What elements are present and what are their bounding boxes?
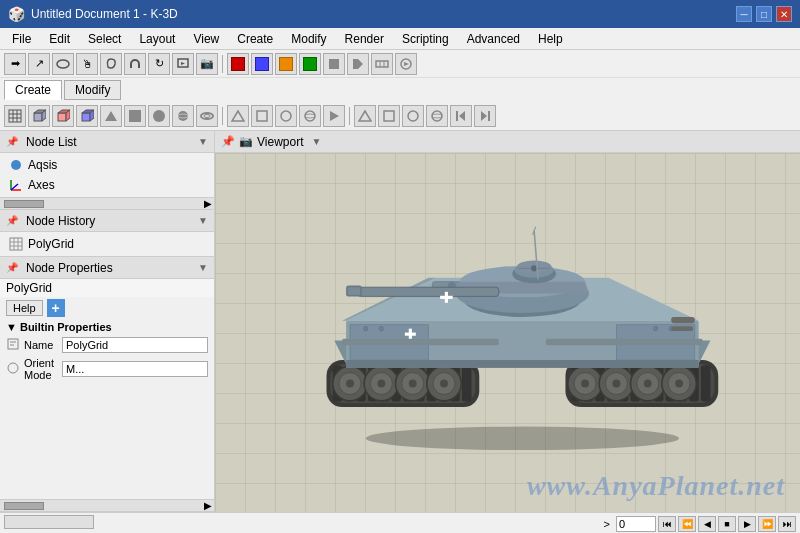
maximize-button[interactable]: □ [756,6,772,22]
create-poly-cube[interactable] [52,105,74,127]
status-btn-skipstart[interactable]: ⏮ [658,516,676,532]
create-square[interactable] [124,105,146,127]
builtin-props-label: ▼ Builtin Properties [6,321,112,333]
status-btn-rewind[interactable]: ⏪ [678,516,696,532]
tool-blue-box[interactable] [251,53,273,75]
status-btn-play[interactable]: ▶ [738,516,756,532]
status-btn-skipend[interactable]: ⏭ [778,516,796,532]
tool-magnet[interactable] [124,53,146,75]
tab-modify[interactable]: Modify [64,80,121,100]
status-btn-back[interactable]: ◀ [698,516,716,532]
viewport-canvas[interactable]: www.AnyaPlanet.net [215,153,800,512]
tank-container [303,189,742,476]
tool-camera[interactable]: 📷 [196,53,218,75]
scrollbar-right-arrow[interactable]: ▶ [202,198,214,209]
menu-layout[interactable]: Layout [131,30,183,48]
menu-edit[interactable]: Edit [41,30,78,48]
node-props-actions: Help + [0,297,214,319]
tool-render[interactable] [172,53,194,75]
tool-orange-box[interactable] [275,53,297,75]
node-list-dropdown-icon[interactable]: ▼ [198,136,208,147]
node-props-scrollbar[interactable]: ▶ [0,499,214,511]
create-outline-tri[interactable] [227,105,249,127]
tool-grey1[interactable] [323,53,345,75]
menu-render[interactable]: Render [337,30,392,48]
menu-create[interactable]: Create [229,30,281,48]
create-circle[interactable] [148,105,170,127]
viewport-dropdown-icon[interactable]: ▼ [311,136,321,147]
svg-point-37 [408,111,418,121]
create-outline-circle[interactable] [275,105,297,127]
node-aqsis[interactable]: Aqsis [0,155,214,175]
node-list-scrollbar-thumb[interactable] [4,200,44,208]
node-polygrid[interactable]: PolyGrid [0,234,214,254]
props-scrollbar-right[interactable]: ▶ [202,500,214,511]
menu-modify[interactable]: Modify [283,30,334,48]
tool-rotate[interactable]: ↻ [148,53,170,75]
node-history-dropdown-icon[interactable]: ▼ [198,215,208,226]
tool-orbit[interactable] [52,53,74,75]
create-grid[interactable] [4,105,26,127]
tool-timeline[interactable] [371,53,393,75]
tool-lasso[interactable] [100,53,122,75]
tool-green-box[interactable] [299,53,321,75]
prop-name-input[interactable] [62,337,208,353]
prop-orientmode-input[interactable] [62,361,208,377]
node-history-header: 📌 Node History ▼ [0,210,214,232]
create-outline-sphere2[interactable] [426,105,448,127]
create-outline-sq2[interactable] [378,105,400,127]
create-cube[interactable] [28,105,50,127]
node-props-title: Node Properties [26,261,113,275]
svg-point-103 [612,379,620,387]
panel-header-left: 📌 Node List [6,135,77,149]
status-frame-input[interactable]: 0 [616,516,656,532]
menu-help[interactable]: Help [530,30,571,48]
svg-rect-97 [701,365,710,401]
node-props-scrollbar-thumb[interactable] [4,502,44,510]
status-left-scrollbar[interactable] [4,515,94,529]
tank-svg [303,189,742,476]
tool-select-arrow[interactable]: ➡ [4,53,26,75]
svg-point-31 [281,111,291,121]
create-torus[interactable] [196,105,218,127]
node-props-section: 📌 Node Properties ▼ PolyGrid Help + ▼ Bu… [0,257,214,512]
status-btn-forward[interactable]: ⏩ [758,516,776,532]
add-property-button[interactable]: + [47,299,65,317]
node-axes[interactable]: Axes [0,175,214,195]
minimize-button[interactable]: ─ [736,6,752,22]
node-props-dropdown-icon[interactable]: ▼ [198,262,208,273]
tool-grey2[interactable] [347,53,369,75]
tab-create[interactable]: Create [4,80,62,100]
create-sphere[interactable] [172,105,194,127]
create-skip-end[interactable] [474,105,496,127]
create-blue-cube[interactable] [76,105,98,127]
svg-point-38 [432,111,442,121]
create-skip-start[interactable] [450,105,472,127]
create-play-solid[interactable] [323,105,345,127]
close-button[interactable]: ✕ [776,6,792,22]
menu-scripting[interactable]: Scripting [394,30,457,48]
menu-advanced[interactable]: Advanced [459,30,528,48]
tool-red-box[interactable] [227,53,249,75]
create-outline-tri2[interactable] [354,105,376,127]
help-button[interactable]: Help [6,300,43,316]
create-outline-sq[interactable] [251,105,273,127]
tool-move[interactable]: ↗ [28,53,50,75]
svg-rect-147 [346,360,699,368]
node-list-scrollbar[interactable]: ▶ [0,197,214,209]
create-outline-circle2[interactable] [402,105,424,127]
menu-file[interactable]: File [4,30,39,48]
aqsis-icon [8,157,24,173]
create-outline-sphere[interactable] [299,105,321,127]
svg-point-138 [379,326,384,331]
svg-rect-5 [329,59,339,69]
axes-label: Axes [28,178,55,192]
status-btn-stop[interactable]: ■ [718,516,736,532]
tool-select-cursor[interactable]: 🖱 [76,53,98,75]
svg-rect-53 [8,339,18,349]
menu-view[interactable]: View [185,30,227,48]
svg-rect-43 [488,111,490,121]
menu-select[interactable]: Select [80,30,129,48]
create-triangle[interactable] [100,105,122,127]
tool-render2[interactable] [395,53,417,75]
